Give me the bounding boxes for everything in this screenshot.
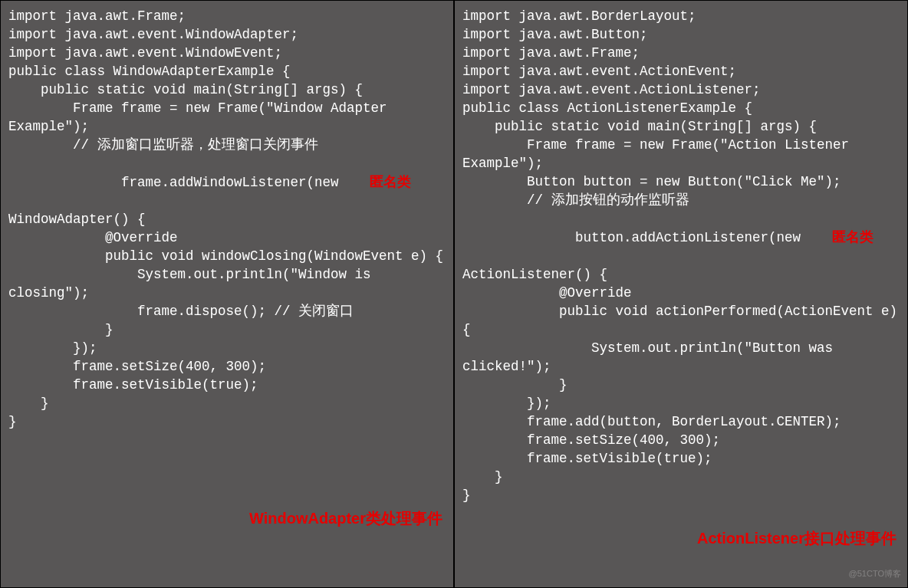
right-caption: ActionListener接口处理事件 <box>697 529 896 547</box>
watermark: @51CTO博客 <box>849 564 901 583</box>
code-line: @Override <box>462 284 900 302</box>
code-line: public void windowClosing(WindowEvent e)… <box>8 247 446 265</box>
code-fragment: button.addActionListener(new <box>511 230 809 245</box>
code-fragment: frame.addWindowListener(new <box>57 175 347 190</box>
code-line: frame.add(button, BorderLayout.CENTER); <box>462 412 900 431</box>
code-line: import java.awt.event.ActionEvent; <box>462 62 900 80</box>
code-line: frame.dispose(); // 关闭窗口 <box>8 302 446 320</box>
code-line: } <box>8 394 446 412</box>
code-line: // 添加按钮的动作监听器 <box>462 191 900 209</box>
code-line: import java.awt.event.WindowAdapter; <box>8 25 446 44</box>
code-line: frame.setVisible(true); <box>8 376 446 394</box>
code-line: public class ActionListenerExample { <box>462 99 900 117</box>
code-line: Frame frame = new Frame("Window Adapter … <box>8 99 446 136</box>
annotation-anonymous-class: 匿名类 <box>832 229 873 245</box>
code-line: } <box>462 486 900 504</box>
right-code-pane: import java.awt.BorderLayout; import jav… <box>455 1 907 587</box>
code-line: import java.awt.event.WindowEvent; <box>8 44 446 62</box>
code-line-with-annotation: frame.addWindowListener(new 匿名类 <box>8 154 446 210</box>
code-line: public void actionPerformed(ActionEvent … <box>462 302 900 339</box>
code-line-with-annotation: button.addActionListener(new 匿名类 <box>462 209 900 265</box>
code-line: } <box>462 376 900 394</box>
code-line: // 添加窗口监听器，处理窗口关闭事件 <box>8 136 446 154</box>
code-line: System.out.println("Window is closing"); <box>8 265 446 302</box>
code-line: }); <box>8 339 446 357</box>
code-line: @Override <box>8 228 446 247</box>
code-line: public static void main(String[] args) { <box>462 117 900 136</box>
code-line: } <box>8 320 446 339</box>
code-line: }); <box>462 394 900 412</box>
code-line: System.out.println("Button was clicked!"… <box>462 339 900 376</box>
code-comparison-container: import java.awt.Frame; import java.awt.e… <box>0 0 908 588</box>
code-line: import java.awt.BorderLayout; <box>462 7 900 25</box>
code-line: import java.awt.event.ActionListener; <box>462 80 900 99</box>
code-line: public static void main(String[] args) { <box>8 80 446 99</box>
code-line: Button button = new Button("Click Me"); <box>462 172 900 191</box>
code-line: import java.awt.Button; <box>462 25 900 44</box>
code-line: } <box>462 468 900 486</box>
code-line: public class WindowAdapterExample { <box>8 62 446 80</box>
code-line: frame.setSize(400, 300); <box>462 431 900 449</box>
code-line: WindowAdapter() { <box>8 210 446 228</box>
code-line: Frame frame = new Frame("Action Listener… <box>462 136 900 172</box>
code-line: frame.setSize(400, 300); <box>8 357 446 376</box>
code-line: frame.setVisible(true); <box>462 449 900 468</box>
code-line: import java.awt.Frame; <box>462 44 900 62</box>
code-line: ActionListener() { <box>462 265 900 284</box>
left-caption: WindowAdapter类处理事件 <box>249 509 442 527</box>
code-line: import java.awt.Frame; <box>8 7 446 25</box>
annotation-anonymous-class: 匿名类 <box>370 174 411 189</box>
left-code-pane: import java.awt.Frame; import java.awt.e… <box>1 1 455 587</box>
code-line: } <box>8 412 446 431</box>
